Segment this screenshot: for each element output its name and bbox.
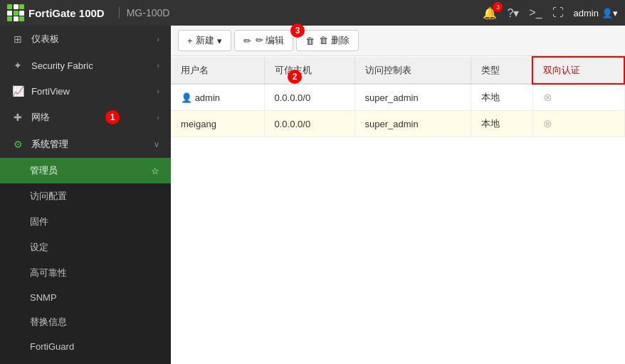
submenu-item-advanced[interactable]: 高级: [0, 358, 171, 364]
chevron-right-icon: ›: [157, 113, 159, 122]
submenu-item-settings[interactable]: 设定: [0, 235, 171, 260]
two-factor-status-icon: ⊗: [543, 117, 552, 129]
fortiview-icon: 📈: [11, 85, 24, 97]
security-fabric-icon: ✦: [11, 60, 24, 71]
cell-access-profile-admin: super_admin: [354, 84, 471, 111]
chevron-down-icon: ∨: [154, 140, 159, 149]
edit-label: ✏ 编辑: [256, 34, 285, 47]
expand-icon[interactable]: ⛶: [552, 6, 564, 19]
submenu-item-admin[interactable]: 管理员 ☆: [0, 158, 171, 183]
submenu-label-admin: 管理员: [30, 164, 58, 177]
help-icon[interactable]: ?▾: [507, 6, 519, 20]
main-layout: ⊞ 仪表板 › ✦ Security Fabric › 📈 FortiView …: [0, 26, 625, 364]
plus-icon: +: [187, 36, 193, 46]
submenu-item-firmware[interactable]: 固件: [0, 209, 171, 235]
submenu-item-access[interactable]: 访问配置: [0, 183, 171, 209]
new-label: 新建: [196, 34, 214, 47]
cell-type-meigang: 本地: [471, 111, 532, 137]
cell-username-meigang: meigang: [171, 111, 264, 137]
trash-icon: 🗑: [305, 36, 315, 46]
notification-badge: 3: [493, 2, 503, 12]
cell-type-admin: 本地: [471, 84, 532, 111]
sidebar-item-security-fabric[interactable]: ✦ Security Fabric ›: [0, 53, 171, 78]
col-trusted-host: 可信主机: [264, 57, 354, 84]
chevron-right-icon: ›: [157, 87, 159, 95]
submenu-label-snmp: SNMP: [30, 292, 57, 303]
logo-cell: [14, 16, 19, 21]
toolbar: + 新建 ▾ ✏ ✏ 编辑 🗑 🗑 删除: [171, 26, 625, 56]
submenu-label-settings: 设定: [30, 241, 48, 254]
user-icon: 👤: [181, 92, 192, 103]
two-factor-status-icon: ⊗: [543, 91, 552, 103]
user-avatar-icon: 👤▾: [602, 8, 618, 18]
logo-cell: [14, 11, 19, 16]
submenu-label-access: 访问配置: [30, 190, 67, 203]
col-type: 类型: [471, 57, 532, 84]
edit-button[interactable]: ✏ ✏ 编辑: [234, 30, 294, 51]
cell-two-factor-admin: ⊗: [532, 84, 624, 111]
annotation-3: 3: [290, 23, 305, 38]
cell-two-factor-meigang: ⊗: [532, 111, 624, 137]
header-icons: 🔔 3 ?▾ >_ ⛶ admin 👤▾: [483, 6, 618, 20]
username-label: admin: [574, 8, 599, 18]
submenu-item-snmp[interactable]: SNMP: [0, 286, 171, 309]
logo-cell: [19, 4, 24, 9]
table-row: 👤 admin 0.0.0.0/0 super_admin 本地 ⊗: [171, 84, 624, 111]
sidebar-label-network: 网络: [31, 111, 50, 124]
submenu-label-firmware: 固件: [30, 215, 48, 228]
cell-access-profile-meigang: super_admin: [354, 111, 471, 137]
submenu-item-fortiguard[interactable]: FortiGuard: [0, 335, 171, 358]
user-menu[interactable]: admin 👤▾: [574, 8, 618, 18]
chevron-right-icon: ›: [157, 61, 159, 70]
cell-trusted-host-meigang: 0.0.0.0/0: [264, 111, 354, 137]
submenu-item-ha[interactable]: 高可靠性: [0, 260, 171, 286]
logo-cell: [7, 4, 12, 9]
table-row: meigang 0.0.0.0/0 super_admin 本地 ⊗: [171, 111, 624, 137]
edit-icon: ✏: [243, 36, 251, 46]
new-button[interactable]: + 新建 ▾: [178, 30, 231, 51]
logo-cell: [19, 16, 24, 21]
table-container: 用户名 可信主机 访问控制表 类型 双向认证 👤 admin 0.0.0.0/0: [171, 56, 625, 364]
sidebar-label-system-mgmt: 系统管理: [31, 138, 68, 151]
submenu-label-ha: 高可靠性: [30, 267, 67, 279]
submenu-label-fortiguard: FortiGuard: [30, 341, 74, 352]
logo-cell: [7, 11, 12, 16]
sidebar-label-dashboard: 仪表板: [31, 33, 59, 46]
sidebar-item-dashboard[interactable]: ⊞ 仪表板 ›: [0, 26, 171, 53]
device-name: FortiGate 100D: [28, 7, 105, 19]
annotation-2: 2: [288, 70, 302, 84]
star-icon[interactable]: ☆: [151, 166, 159, 176]
sidebar-item-system-mgmt[interactable]: ⚙ 系统管理 ∨: [0, 131, 171, 158]
content-area: + 新建 ▾ ✏ ✏ 编辑 🗑 🗑 删除 用户名 可信主机 访问控制表: [171, 26, 625, 364]
system-submenu: 管理员 ☆ 访问配置 固件 设定 高可靠性 SNMP 替换信息 FortiG: [0, 158, 171, 364]
dashboard-icon: ⊞: [11, 33, 24, 45]
system-mgmt-icon: ⚙: [11, 139, 24, 150]
logo-cell: [19, 11, 24, 16]
model-name: MG-100D: [119, 7, 170, 18]
col-two-factor: 双向认证: [532, 57, 624, 84]
delete-label: 🗑 删除: [319, 34, 350, 47]
logo-grid: [7, 4, 24, 21]
logo-cell: [14, 4, 19, 9]
logo: FortiGate 100D: [7, 4, 109, 21]
sidebar-item-network[interactable]: ✚ 网络 ›: [0, 104, 171, 131]
header: FortiGate 100D MG-100D 🔔 3 ?▾ >_ ⛶ admin…: [0, 0, 625, 26]
cell-username-admin: 👤 admin: [171, 84, 264, 111]
terminal-icon[interactable]: >_: [529, 6, 542, 19]
chevron-right-icon: ›: [157, 35, 159, 43]
submenu-label-replace-msg: 替换信息: [30, 316, 67, 328]
sidebar-label-security-fabric: Security Fabric: [31, 60, 93, 71]
admin-table: 用户名 可信主机 访问控制表 类型 双向认证 👤 admin 0.0.0.0/0: [171, 56, 625, 137]
submenu-item-replace-msg[interactable]: 替换信息: [0, 309, 171, 335]
logo-cell: [7, 16, 12, 21]
col-username: 用户名: [171, 57, 264, 84]
notification-icon[interactable]: 🔔 3: [483, 6, 497, 20]
sidebar: ⊞ 仪表板 › ✦ Security Fabric › 📈 FortiView …: [0, 26, 171, 364]
sidebar-label-fortiview: FortiView: [31, 86, 70, 97]
sidebar-item-fortiview[interactable]: 📈 FortiView ›: [0, 78, 171, 104]
network-icon: ✚: [11, 112, 24, 123]
annotation-1: 1: [105, 110, 120, 124]
table-header-row: 用户名 可信主机 访问控制表 类型 双向认证: [171, 57, 624, 84]
col-access-profile: 访问控制表: [354, 57, 471, 84]
delete-button[interactable]: 🗑 🗑 删除: [296, 30, 359, 51]
